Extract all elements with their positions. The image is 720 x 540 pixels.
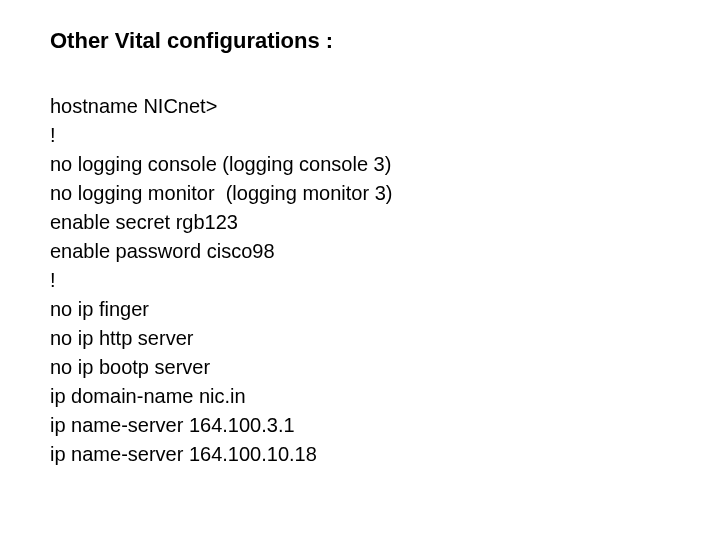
config-line: ip name-server 164.100.3.1 — [50, 411, 670, 440]
config-line: ! — [50, 121, 670, 150]
config-line: no ip http server — [50, 324, 670, 353]
slide-container: Other Vital configurations : hostname NI… — [0, 0, 720, 497]
config-line: enable secret rgb123 — [50, 208, 670, 237]
config-line: hostname NICnet> — [50, 92, 670, 121]
config-line: no ip finger — [50, 295, 670, 324]
config-line: no ip bootp server — [50, 353, 670, 382]
config-block: hostname NICnet> ! no logging console (l… — [50, 92, 670, 469]
config-line: ip domain-name nic.in — [50, 382, 670, 411]
config-line: ! — [50, 266, 670, 295]
config-line: ip name-server 164.100.10.18 — [50, 440, 670, 469]
config-line: no logging monitor (logging monitor 3) — [50, 179, 670, 208]
page-title: Other Vital configurations : — [50, 28, 670, 54]
config-line: no logging console (logging console 3) — [50, 150, 670, 179]
config-line: enable password cisco98 — [50, 237, 670, 266]
